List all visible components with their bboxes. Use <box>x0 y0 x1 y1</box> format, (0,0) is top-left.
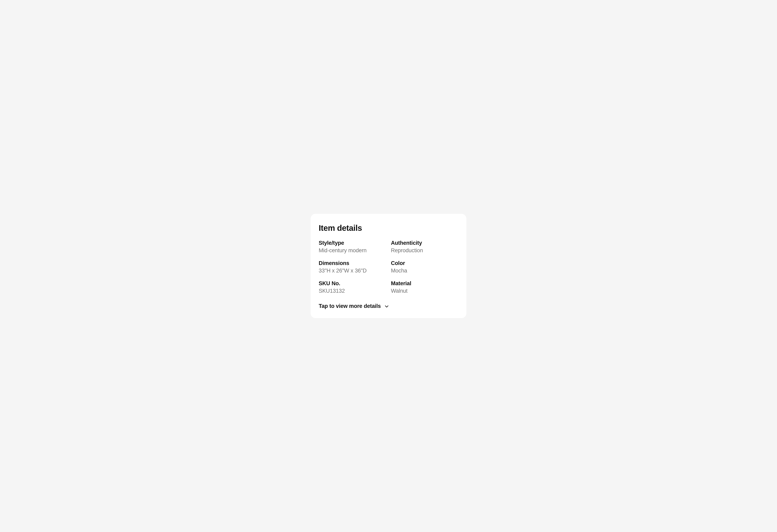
chevron-down-icon <box>384 304 389 309</box>
detail-label: Color <box>391 260 458 266</box>
detail-value: Mocha <box>391 268 458 274</box>
card-title: Item details <box>319 224 458 233</box>
view-more-button[interactable]: Tap to view more details <box>319 303 458 309</box>
detail-label: Authenticity <box>391 240 458 246</box>
detail-material: Material Walnut <box>391 280 458 294</box>
detail-label: Material <box>391 280 458 287</box>
detail-dimensions: Dimensions 33"H x 26"W x 36"D <box>319 260 386 274</box>
detail-value: Reproduction <box>391 247 458 254</box>
detail-color: Color Mocha <box>391 260 458 274</box>
details-grid: Style/type Mid-century modern Authentici… <box>319 240 458 294</box>
detail-label: Dimensions <box>319 260 386 266</box>
view-more-label: Tap to view more details <box>319 303 381 309</box>
detail-value: SKU13132 <box>319 288 386 294</box>
detail-authenticity: Authenticity Reproduction <box>391 240 458 254</box>
detail-sku: SKU No. SKU13132 <box>319 280 386 294</box>
detail-label: SKU No. <box>319 280 386 287</box>
detail-value: Mid-century modern <box>319 247 386 254</box>
detail-value: 33"H x 26"W x 36"D <box>319 268 386 274</box>
detail-label: Style/type <box>319 240 386 246</box>
item-details-card: Item details Style/type Mid-century mode… <box>311 214 466 318</box>
detail-value: Walnut <box>391 288 458 294</box>
detail-style-type: Style/type Mid-century modern <box>319 240 386 254</box>
